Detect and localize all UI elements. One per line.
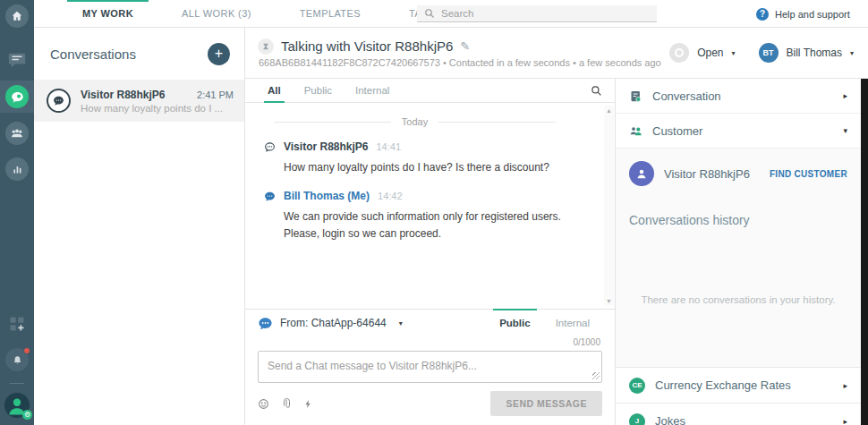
find-customer-link[interactable]: FIND CUSTOMER (770, 169, 847, 179)
status-label: Open (697, 47, 723, 59)
message-text: How many loyalty points do I have? Is th… (284, 159, 579, 176)
customer-section-icon (629, 124, 642, 138)
message-time: 14:41 (377, 141, 402, 152)
teams-icon[interactable] (5, 122, 29, 145)
chat-header: Talking with Visitor R88hkjP6 ✎ 668AB6B8… (245, 28, 868, 79)
conversation-name: Visitor R88hkjP6 (81, 89, 166, 101)
conversation-meta: 668AB6B81441182F8C872C7420667573 • Conta… (259, 57, 661, 68)
search-icon (424, 8, 435, 19)
emoji-icon[interactable] (258, 398, 269, 410)
chat-filter-tabs: All Public Internal (245, 79, 615, 103)
messages-scrollbar[interactable]: ▲ ▼ (604, 106, 614, 306)
agent-avatar: BT (759, 43, 779, 63)
top-tabs: MY WORK ALL WORK (3) TEMPLATES TAGS (58, 0, 461, 28)
expand-caret-icon[interactable]: ▸ (843, 91, 847, 100)
agent-dropdown-caret-icon[interactable]: ▾ (850, 49, 854, 57)
channel-bubble-icon (258, 316, 273, 331)
rail-divider (10, 383, 24, 384)
apps-icon[interactable] (5, 312, 29, 336)
tab-all-work[interactable]: ALL WORK (3) (157, 0, 276, 28)
message-author: Visitor R88hkjP6 (284, 140, 369, 153)
section-conversation[interactable]: Conversation ▸ (616, 79, 861, 114)
top-navbar: MY WORK ALL WORK (3) TEMPLATES TAGS ? He… (34, 0, 868, 28)
history-empty-text: There are no conversations in your histo… (616, 233, 861, 367)
expand-caret-icon[interactable]: ▸ (843, 381, 847, 390)
left-nav-rail: ⚙ (0, 0, 34, 425)
reports-icon[interactable] (5, 157, 29, 181)
help-and-support[interactable]: ? Help and support (756, 0, 850, 28)
global-search[interactable] (417, 5, 657, 22)
chat-tab-all[interactable]: All (256, 79, 293, 103)
status-dropdown-caret-icon[interactable]: ▾ (732, 49, 736, 57)
message-input[interactable] (258, 351, 602, 383)
customer-name: Visitor R88hkjP6 (664, 167, 750, 181)
details-panel: Conversation ▸ Customer ▾ (616, 79, 861, 425)
scroll-down-icon[interactable]: ▼ (606, 298, 612, 304)
message-search-icon[interactable] (591, 85, 606, 97)
agent-name: Bill Thomas (787, 47, 842, 59)
widget-label: Jokes (655, 414, 833, 425)
message-composer: From: ChatApp-64644 ▾ Public Internal 0/… (245, 309, 615, 425)
chats-nav-active[interactable] (0, 81, 34, 113)
day-divider: Today (274, 116, 556, 127)
jokes-widget-icon: J (629, 413, 645, 425)
currency-widget-icon: CE (629, 378, 645, 394)
conversation-list-item[interactable]: Visitor R88hkjP6 2:41 PM How many loyalt… (34, 80, 244, 122)
composer-tab-public[interactable]: Public (487, 310, 543, 336)
from-channel-selector[interactable]: From: ChatApp-64644 ▾ (258, 316, 403, 331)
home-icon[interactable] (5, 4, 29, 28)
chat-title: Talking with Visitor R88hkjP6 (281, 38, 453, 54)
pending-hourglass-icon (258, 38, 274, 55)
tab-my-work[interactable]: MY WORK (58, 0, 157, 28)
conversation-section-icon (629, 89, 642, 103)
section-label: Conversation (652, 89, 833, 103)
agent-bubble-icon (264, 191, 276, 202)
tab-templates[interactable]: TEMPLATES (276, 0, 385, 28)
visitor-bubble-icon (264, 141, 276, 153)
expand-caret-icon[interactable]: ▸ (843, 417, 847, 425)
section-label: Customer (652, 124, 833, 138)
char-counter: 0/1000 (258, 337, 600, 347)
widget-jokes[interactable]: J Jokes ▸ (616, 403, 861, 425)
section-customer[interactable]: Customer ▾ (616, 114, 861, 149)
quick-actions-icon[interactable] (303, 398, 313, 410)
message-text: We can provide such information only for… (284, 208, 579, 242)
help-label: Help and support (775, 9, 850, 20)
message-author: Bill Thomas (Me) (284, 190, 370, 202)
edit-title-icon[interactable]: ✎ (460, 39, 470, 53)
collapse-caret-icon[interactable]: ▾ (843, 126, 847, 135)
customer-card: Visitor R88hkjP6 FIND CUSTOMER (616, 149, 861, 199)
widget-currency-exchange[interactable]: CE Currency Exchange Rates ▸ (616, 367, 861, 403)
conversations-title: Conversations (50, 47, 136, 62)
chat-panel: All Public Internal ▲ ▼ (245, 79, 616, 425)
profile-avatar[interactable]: ⚙ (4, 393, 30, 418)
composer-tab-internal[interactable]: Internal (543, 310, 602, 336)
widget-label: Currency Exchange Rates (655, 378, 833, 392)
new-conversation-button[interactable]: + (208, 43, 230, 65)
customer-avatar-icon (629, 161, 654, 186)
chat-tab-public[interactable]: Public (293, 79, 344, 103)
message-time: 14:42 (378, 191, 403, 201)
profile-settings-gear-icon: ⚙ (22, 410, 32, 420)
conversations-panel: Conversations + Visitor R88hkjP6 2:41 PM… (34, 28, 245, 425)
search-input[interactable] (441, 8, 650, 19)
help-icon: ? (756, 8, 769, 21)
chat-tab-internal[interactable]: Internal (344, 79, 401, 103)
from-channel-label: From: ChatApp-64644 (280, 317, 387, 329)
comments-icon[interactable] (5, 48, 29, 72)
message-input-wrap (258, 351, 602, 383)
details-scrollbar[interactable] (861, 79, 868, 425)
attachment-icon[interactable] (281, 398, 292, 410)
day-divider-label: Today (402, 116, 428, 127)
channel-caret-icon: ▾ (399, 319, 403, 327)
conversation-preview: How many loyalty points do I ... (81, 103, 234, 114)
chats-icon (5, 85, 29, 108)
message-agent: Bill Thomas (Me) 14:42 We can provide su… (264, 190, 579, 242)
scroll-up-icon[interactable]: ▲ (606, 107, 612, 114)
status-open-icon (669, 43, 689, 63)
notifications-icon[interactable] (5, 348, 29, 371)
visitor-chat-avatar-icon (47, 89, 71, 113)
message-history: ▲ ▼ Today (245, 103, 615, 309)
notification-badge (23, 347, 30, 354)
send-message-button[interactable]: SEND MESSAGE (490, 391, 602, 416)
